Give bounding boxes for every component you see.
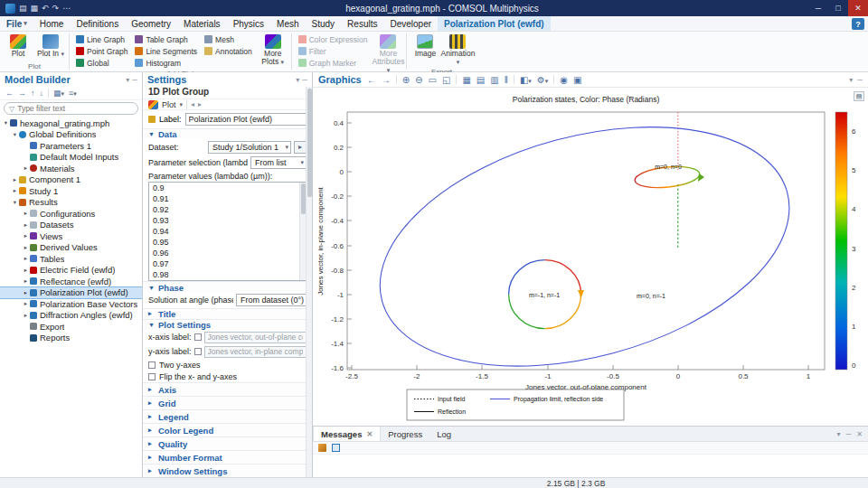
zoom-extents-icon[interactable]: ▭ xyxy=(428,75,436,85)
tree-expander[interactable]: ▸ xyxy=(22,244,30,251)
tree-expander[interactable]: ▸ xyxy=(22,289,30,296)
go-to-source-button[interactable]: ▸ xyxy=(294,141,307,154)
collapsed-section[interactable]: ▸Color Legend xyxy=(143,423,312,436)
panel-menu-icon[interactable]: ▾ xyxy=(296,76,299,84)
minimize-button[interactable]: ─ xyxy=(808,0,828,16)
ribbon-tab[interactable]: Materials xyxy=(177,16,227,31)
ribbon-tab[interactable]: Results xyxy=(341,16,383,31)
collapsed-section[interactable]: ▸Legend xyxy=(143,409,312,423)
tree-item[interactable]: Reports xyxy=(0,333,142,344)
add-plot-item[interactable]: Histogram xyxy=(132,57,200,69)
move-up-icon[interactable]: ↑ xyxy=(31,89,35,98)
panel-menu-icon[interactable]: ▾ xyxy=(849,76,853,84)
open-icon[interactable]: ▤ xyxy=(19,4,27,14)
attribute-item[interactable]: Graph Marker xyxy=(296,57,371,69)
crosshair-icon[interactable]: ‖ xyxy=(505,75,508,85)
add-plot-item[interactable]: Mesh xyxy=(202,33,255,45)
flip-axes-checkbox[interactable] xyxy=(148,373,156,380)
tree-item[interactable]: ▸ Tables xyxy=(0,253,142,265)
tree-item[interactable]: Default Model Inputs xyxy=(0,152,142,164)
tree-item[interactable]: ▸ Polarization Plot (ewfd) xyxy=(0,287,142,299)
parameter-value-item[interactable]: 0.91 xyxy=(149,193,299,204)
attribute-item[interactable]: Filter xyxy=(296,45,371,57)
close-tab-icon[interactable]: ✕ xyxy=(366,430,373,438)
listbox-scrollbar[interactable] xyxy=(299,183,306,280)
two-y-axes-checkbox[interactable] xyxy=(148,361,156,369)
tree-filter-input[interactable] xyxy=(17,104,133,113)
tab-file[interactable]: File▾ xyxy=(0,16,33,31)
tree-item[interactable]: ▸ Materials xyxy=(0,163,142,174)
tree-item[interactable]: ▸ Reflectance (ewfd) xyxy=(0,276,142,287)
back-arrow-icon[interactable]: ← xyxy=(5,89,14,98)
parameter-value-item[interactable]: 0.95 xyxy=(149,237,299,248)
dataset-select[interactable]: Study 1/Solution 1▾ xyxy=(208,141,291,154)
plot-canvas[interactable]: Polarization states, Color: Phase (Radia… xyxy=(313,88,868,426)
maximize-button[interactable]: □ xyxy=(828,0,848,16)
add-plot-item[interactable]: Global xyxy=(73,57,130,69)
tree-item[interactable]: ▸ Views xyxy=(0,230,142,242)
tree-item[interactable]: ▸ Derived Values xyxy=(0,242,142,254)
tab-polarization-plot[interactable]: Polarization Plot (ewfd) xyxy=(438,16,551,31)
parameter-selection-select[interactable]: From list▾ xyxy=(250,156,307,169)
tree-expander[interactable]: ▾ xyxy=(11,131,19,138)
parameter-value-item[interactable]: 0.94 xyxy=(149,226,299,237)
tree-item[interactable]: ▸ Component 1 xyxy=(0,174,142,186)
tree-expander[interactable]: ▸ xyxy=(11,176,19,183)
panel-collapse-icon[interactable]: ─ xyxy=(302,76,307,84)
previous-plot-icon[interactable]: ◂ xyxy=(191,100,194,108)
tree-expander[interactable]: ▸ xyxy=(22,221,30,229)
tree-item[interactable]: ▸ Polarization Base Vectors xyxy=(0,298,142,310)
attribute-item[interactable]: Color Expression xyxy=(296,33,371,45)
plot-in-button[interactable]: Plot In ▾ xyxy=(34,33,67,60)
parameter-value-item[interactable]: 0.97 xyxy=(149,258,299,269)
zoom-out-icon[interactable]: ⊖ xyxy=(415,75,422,85)
panel-collapse-icon[interactable]: ─ xyxy=(857,76,863,84)
tree-item[interactable]: ▸ Study 1 xyxy=(0,185,142,197)
settings-plot-button[interactable]: Plot xyxy=(162,100,176,109)
tree-item[interactable]: ▸ Diffraction Angles (ewfd) xyxy=(0,310,142,322)
tree-expander[interactable]: ▾ xyxy=(2,119,10,127)
move-down-icon[interactable]: ↓ xyxy=(40,89,44,98)
panel-menu-icon[interactable]: ▾ xyxy=(837,430,841,438)
more-attributes-button[interactable]: More Attributes ▾ xyxy=(372,33,404,76)
ribbon-tab[interactable]: Geometry xyxy=(125,16,177,31)
tree-item[interactable]: ▸ Datasets xyxy=(0,220,142,231)
tree-item[interactable]: ▸ Configurations xyxy=(0,208,142,220)
tree-expander[interactable]: ▸ xyxy=(22,232,30,239)
section-title[interactable]: ▸Title xyxy=(143,308,312,319)
more-plots-button[interactable]: More Plots ▾ xyxy=(257,33,289,68)
grid-toggle-icon[interactable]: ▤ xyxy=(476,75,485,85)
tree-item[interactable]: Export xyxy=(0,321,142,333)
section-phase[interactable]: ▼Phase xyxy=(143,281,312,292)
collapsed-section[interactable]: ▸Quality xyxy=(143,436,312,450)
tree-expander[interactable]: ▸ xyxy=(22,300,30,307)
undo-icon[interactable]: ↶ xyxy=(42,4,49,14)
tree-expander[interactable]: ▸ xyxy=(22,277,30,285)
tree-item[interactable]: Parameters 1 xyxy=(0,140,142,152)
redo-icon[interactable]: ↷ xyxy=(52,4,60,14)
scene-settings-icon[interactable]: ⚙▾ xyxy=(537,75,548,85)
color-theme-icon[interactable]: ◧▾ xyxy=(520,75,532,85)
parameter-value-item[interactable]: 0.92 xyxy=(149,204,299,215)
plot-tools-button[interactable]: ▤ xyxy=(854,91,864,101)
add-plot-item[interactable]: Line Segments xyxy=(132,45,200,57)
collapsed-section[interactable]: ▸Number Format xyxy=(143,450,312,464)
clear-messages-icon[interactable] xyxy=(318,444,326,452)
forward-arrow-icon[interactable]: → xyxy=(18,89,26,98)
settings-scrollbar[interactable] xyxy=(306,87,312,477)
quick-access-more-icon[interactable]: ⋯ xyxy=(62,4,71,14)
add-plot-item[interactable]: Point Graph xyxy=(73,45,130,57)
tab-progress[interactable]: Progress xyxy=(381,427,429,441)
panel-collapse-icon[interactable]: ─ xyxy=(846,430,852,438)
parameter-values-listbox[interactable]: 0.90.910.920.930.940.950.960.970.98 xyxy=(148,182,307,281)
tree-expander[interactable]: ▸ xyxy=(22,210,30,217)
help-icon[interactable]: ? xyxy=(852,18,864,30)
snapshot-camera-icon[interactable]: ◉ xyxy=(560,75,568,85)
ruler-toggle-icon[interactable]: ▥ xyxy=(490,75,498,85)
zoom-box-icon[interactable]: ◱ xyxy=(442,75,450,85)
tree-item[interactable]: ▾ Results xyxy=(0,197,142,209)
tab-log[interactable]: Log xyxy=(429,427,458,441)
tree-expander[interactable]: ▸ xyxy=(22,267,30,274)
parameter-value-item[interactable]: 0.96 xyxy=(149,248,299,258)
tree-expander[interactable]: ▸ xyxy=(22,312,30,319)
